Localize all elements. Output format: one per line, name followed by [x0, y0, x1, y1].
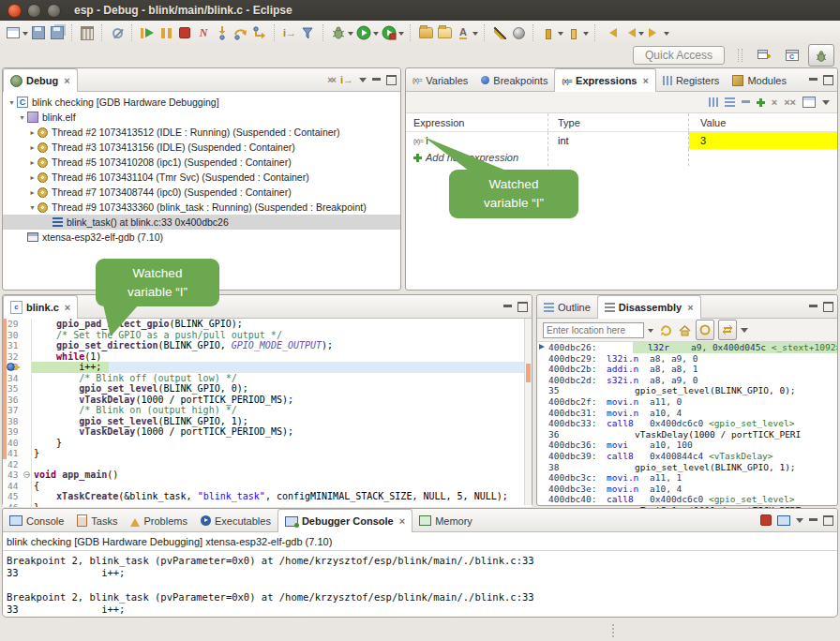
expander-icon[interactable]: ▸	[27, 128, 38, 137]
minimize-icon[interactable]	[372, 78, 381, 83]
back-dropdown-icon[interactable]	[638, 32, 644, 38]
sash-handle[interactable]	[612, 624, 617, 637]
expander-icon[interactable]: ▸	[27, 173, 38, 182]
debug-button[interactable]	[329, 23, 348, 42]
minimize-icon[interactable]	[503, 305, 512, 310]
close-icon[interactable]: ×	[687, 302, 693, 313]
expander-icon[interactable]: ▾	[17, 113, 27, 122]
editor-gutter[interactable]: 42	[3, 459, 32, 470]
remove-all-expressions-icon[interactable]: ××	[784, 97, 796, 108]
debug-dropdown-icon[interactable]	[348, 32, 353, 38]
editor-gutter[interactable]: 32	[3, 351, 32, 363]
terminate-button[interactable]	[175, 23, 194, 42]
location-input[interactable]	[543, 322, 644, 338]
code-line[interactable]: 38 gpio_set_level(BLINK_GPIO, 1);	[3, 416, 532, 427]
breakpoint-icon[interactable]	[7, 363, 15, 371]
column-type[interactable]: Type	[548, 113, 689, 131]
window-maximize-button[interactable]	[47, 4, 61, 18]
console-dropdown-icon[interactable]	[796, 518, 803, 527]
editor-gutter[interactable]: 31	[3, 340, 32, 351]
cpp-perspective-button[interactable]: C	[780, 45, 804, 66]
disassembly-line[interactable]: 400dbc2b:addi.na8, a8, 1	[537, 364, 837, 375]
back-history-button[interactable]	[620, 23, 638, 42]
minimize-icon[interactable]	[809, 78, 818, 83]
disassembly-source-line[interactable]: 35gpio_set_level(BLINK_GPIO, 0);	[537, 385, 837, 396]
view-menu-icon[interactable]	[822, 100, 830, 109]
disassembly-source-line[interactable]: 36vTaskDelay(1000 / portTICK_PERI	[537, 429, 837, 440]
editor-gutter[interactable]: 39	[3, 426, 32, 438]
minimize-icon[interactable]	[809, 305, 818, 310]
quick-access-button[interactable]: Quick Access	[633, 46, 725, 65]
disassembly-line[interactable]: 400dbc2f:movi.na11, 0	[537, 396, 837, 408]
pin-down-button[interactable]	[539, 23, 558, 42]
debug-tree-row[interactable]: ▸Thread #2 1073413512 (IDLE : Running) (…	[3, 125, 400, 140]
open-perspective-button[interactable]	[752, 45, 776, 66]
sphere-button[interactable]	[509, 23, 528, 42]
back-button[interactable]	[601, 23, 620, 42]
collapse-all-icon[interactable]	[742, 100, 750, 106]
new-wizard-button[interactable]	[4, 23, 22, 42]
view-menu-icon[interactable]	[741, 328, 748, 336]
forward-dropdown-icon[interactable]	[664, 32, 669, 38]
skip-all-breakpoints-button[interactable]	[108, 23, 127, 42]
debug-tree-row[interactable]: ▸Thread #7 1073408744 (ipc0) (Suspended …	[3, 185, 400, 200]
open-folder-button[interactable]	[435, 23, 454, 42]
disassembly-line[interactable]: 400dbc36:movia10, 100	[537, 440, 837, 451]
code-line[interactable]: 37 /* Blink on (output high) */	[3, 405, 532, 416]
editor-gutter[interactable]: 45	[3, 491, 32, 502]
view-menu-icon[interactable]	[359, 78, 367, 86]
debug-perspective-button[interactable]	[808, 44, 834, 67]
code-line[interactable]: 33 i++;	[3, 362, 532, 373]
paintbrush-button[interactable]	[490, 23, 509, 42]
code-line[interactable]: 44{	[3, 481, 532, 492]
code-line[interactable]: 31 gpio_set_direction(BLINK_GPIO, GPIO_M…	[3, 340, 532, 351]
expander-icon[interactable]: ▸	[27, 158, 38, 167]
tab-modules[interactable]: Modules	[726, 69, 793, 91]
instruction-step-mode-icon[interactable]	[340, 74, 353, 85]
disassembly-line[interactable]: 400dbc3c:movi.na11, 1	[537, 472, 837, 484]
remove-expression-icon[interactable]: ×	[772, 97, 777, 108]
code-line[interactable]: 34 /* Blink off (output low) */	[3, 373, 532, 384]
fold-collapse-icon[interactable]	[23, 471, 30, 478]
disconnect-button[interactable]	[194, 23, 213, 42]
disassembly-line[interactable]: 400dbc40:call80x400dc6c0 <gpio_set_level…	[537, 494, 837, 505]
expander-icon[interactable]: ▾	[7, 98, 17, 107]
close-icon[interactable]: ×	[642, 75, 648, 86]
editor-gutter[interactable]: 38	[3, 416, 32, 427]
tab-executables[interactable]: Executables	[194, 510, 278, 531]
disassembly-listing[interactable]: 400dbc26:l32ra9, 0x400d045c <_stext+1092…	[537, 342, 837, 508]
new-dropdown-icon[interactable]	[22, 32, 28, 38]
close-icon[interactable]: ×	[65, 302, 70, 313]
save-all-button[interactable]	[48, 23, 67, 42]
resume-button[interactable]	[138, 23, 157, 42]
disassembly-line[interactable]: 400dbc29:l32i.na8, a9, 0	[537, 353, 837, 365]
maximize-icon[interactable]	[823, 302, 833, 312]
code-line[interactable]: 32 while(1)	[3, 351, 532, 363]
code-line[interactable]: 35 gpio_set_level(BLINK_GPIO, 0);	[3, 383, 532, 395]
editor-gutter[interactable]: 36	[3, 395, 32, 406]
disassembly-line[interactable]: 400dbc39:call80x400844c4 <vTaskDelay>	[537, 451, 837, 462]
show-type-names-icon[interactable]	[709, 97, 718, 107]
use-step-filters-button[interactable]	[299, 23, 318, 42]
new-folder-button[interactable]	[416, 23, 435, 42]
tab-outline[interactable]: Outline	[537, 296, 597, 318]
tab-console[interactable]: Console	[3, 510, 70, 531]
debug-tree-row[interactable]: ▾Thread #9 1073433360 (blink_task : Runn…	[3, 200, 400, 215]
code-line[interactable]: 46}	[3, 502, 532, 508]
code-line[interactable]: 36 vTaskDelay(1000 / portTICK_PERIOD_MS)…	[3, 395, 532, 406]
tab-debugger-console[interactable]: Debugger Console×	[278, 509, 412, 532]
editor-gutter[interactable]: 44	[3, 481, 32, 492]
debug-tree-row[interactable]: ▾Cblink checking [GDB Hardware Debugging…	[3, 95, 400, 110]
maximize-icon[interactable]	[386, 75, 397, 85]
pin-down-dropdown-icon[interactable]	[558, 32, 563, 38]
pin-up-dropdown-icon[interactable]	[583, 32, 589, 38]
tab-memory[interactable]: Memory	[412, 510, 479, 531]
overview-ruler[interactable]	[524, 319, 532, 505]
maximize-icon[interactable]	[823, 75, 833, 85]
console-output[interactable]: Breakpoint 2, blink_task (pvParameter=0x…	[3, 551, 837, 616]
column-expression[interactable]: Expression	[406, 113, 548, 131]
code-line[interactable]: 42	[3, 459, 532, 470]
annotate-dropdown-icon[interactable]	[472, 32, 478, 38]
window-minimize-button[interactable]	[27, 4, 41, 18]
external-tools-dropdown-icon[interactable]	[398, 32, 404, 38]
